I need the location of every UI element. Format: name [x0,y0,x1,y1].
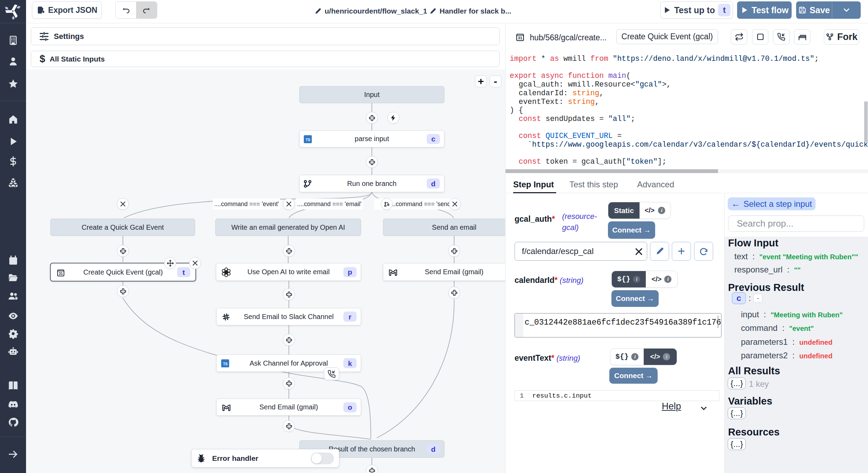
svg-text:TS: TS [306,138,310,142]
svg-text:31: 31 [518,36,522,40]
svg-text:TS: TS [223,362,228,366]
svg-text:31: 31 [59,272,63,276]
